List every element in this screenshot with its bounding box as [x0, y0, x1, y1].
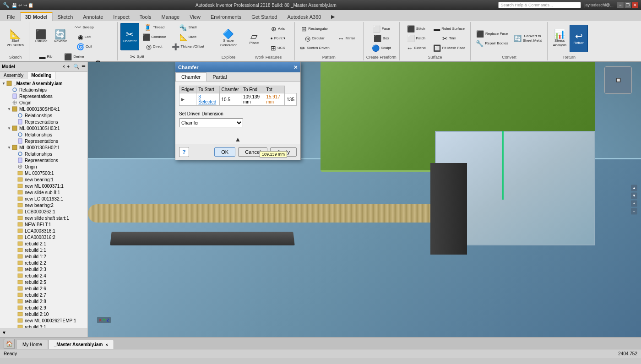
nav-zoomout-btn[interactable]: − [631, 208, 637, 214]
ribbon-tab-3d-model[interactable]: 3D Model [20, 12, 53, 21]
ribbon-tab-sketch[interactable]: Sketch [53, 12, 78, 21]
axis-btn[interactable]: ⊕Axis [264, 24, 292, 33]
trim-btn[interactable]: ✂Trim [431, 34, 468, 43]
tree-item-0[interactable]: ▼_Master Assembly.iam [1, 80, 87, 87]
apply-btn[interactable]: Apply [270, 147, 297, 157]
tree-item-5[interactable]: Relationships [1, 112, 87, 119]
tree-item-25[interactable]: rebuild 2:1 [1, 240, 87, 247]
ribbon-tab-get-started[interactable]: Get Started [246, 12, 282, 21]
rectangular-btn[interactable]: ⊞Rectangular [298, 24, 332, 33]
collapse-panel[interactable]: ▼ [0, 328, 87, 337]
tree-item-1[interactable]: Relationships [1, 87, 87, 93]
chamfer-titlebar[interactable]: Chamfer ✕ [175, 62, 300, 72]
doc-tab-my-home[interactable]: My Home [16, 340, 48, 349]
chamfer-close-btn[interactable]: ✕ [293, 65, 298, 71]
ribbon-tab-annotate[interactable]: Annotate [78, 12, 108, 21]
shape-generator-btn[interactable]: 🔷 ShapeGenerator [218, 25, 239, 52]
sidebar-close-btn[interactable]: × [62, 64, 65, 69]
chamfer-tab-chamfer[interactable]: Chamfer [175, 72, 206, 81]
my-home-tab[interactable]: 🏠 [4, 339, 15, 349]
ribbon-tab-manage[interactable]: Manage [156, 12, 185, 21]
stress-analysis-btn[interactable]: 📊 StressAnalysis [550, 25, 569, 52]
restore-btn[interactable]: ❐ [625, 2, 631, 8]
nav-zoomin-btn[interactable]: + [631, 200, 637, 206]
sidebar-menu-btn[interactable]: ☰ [81, 64, 86, 69]
sculpt-btn[interactable]: 🔵Sculpt [368, 43, 395, 53]
ribbon-tab-environments[interactable]: Environments [206, 12, 246, 21]
revolve-btn[interactable]: 🔄 Revolve [51, 23, 70, 50]
search-box[interactable]: Search Help & Commands... [498, 2, 581, 8]
tree-item-30[interactable]: rebuild 2:4 [1, 272, 87, 279]
thicken-btn[interactable]: ➕Thicken/Offset [169, 42, 206, 51]
direct-btn[interactable]: ◎Direct [140, 42, 168, 51]
tree-item-27[interactable]: rebuild 1:2 [1, 253, 87, 260]
tree-item-31[interactable]: rebuild 2:5 [1, 279, 87, 285]
tree-item-13[interactable]: Origin [1, 163, 87, 170]
tree-item-14[interactable]: ML 0007500:1 [1, 170, 87, 176]
tree-item-19[interactable]: new bearing:2 [1, 202, 87, 208]
minimize-btn[interactable]: − [617, 2, 624, 8]
tree-item-11[interactable]: Relationships [1, 151, 87, 157]
patch-btn[interactable]: ⬜Patch [402, 34, 430, 43]
tree-item-35[interactable]: rebuild 2:9 [1, 304, 87, 311]
chamfer-table-scroll[interactable]: Edges To Start Chamfer To End Tot ▶ 3 Se… [179, 86, 297, 109]
cancel-btn[interactable]: Cancel [238, 147, 267, 157]
ribbon-tab-inspect[interactable]: Inspect [108, 12, 134, 21]
ucs-btn[interactable]: ⊞UCS [264, 43, 292, 53]
circular-btn[interactable]: ◎Circular [298, 34, 332, 43]
help-btn[interactable]: ? [179, 147, 189, 157]
tab-close-btn[interactable]: × [106, 342, 108, 347]
sweep-btn[interactable]: 〰Sweep [71, 23, 98, 32]
ok-btn[interactable]: OK [214, 147, 235, 157]
sketch-driven-btn[interactable]: ✏Sketch Driven [298, 43, 332, 53]
tree-item-26[interactable]: rebuild 1:1 [1, 247, 87, 253]
tree-item-18[interactable]: new LC 0011932:1 [1, 196, 87, 202]
combine-btn[interactable]: ⬛Combine [140, 33, 168, 42]
tree-item-22[interactable]: NEW BELT:1 [1, 221, 87, 228]
extend-btn[interactable]: ↔Extend [402, 43, 430, 53]
loft-btn[interactable]: ◉Loft [71, 33, 98, 42]
doc-tab-master-assemblyiam[interactable]: _Master Assembly.iam× [48, 340, 114, 349]
tree-item-36[interactable]: rebuild 2:10 [1, 311, 87, 317]
chamfer-dropdown[interactable]: Chamfer To Start To End [179, 118, 243, 127]
viewport[interactable]: 109.139 mm X Y Z 🔲 ▲ ▼ + − Cham [88, 62, 641, 337]
cell-chamfer[interactable]: 109.139 mm [241, 93, 264, 106]
tree-item-21[interactable]: new slide shaft start:1 [1, 215, 87, 221]
extrude-btn[interactable]: ⬛ Extrude [32, 23, 50, 50]
draft-btn[interactable]: 📐Draft [169, 33, 206, 42]
tree-item-6[interactable]: Representations [1, 119, 87, 125]
assembly-tab[interactable]: Assembly [0, 72, 27, 79]
sidebar-search-btn[interactable]: 🔍 [73, 64, 80, 70]
tree-item-28[interactable]: rebuild 2:2 [1, 260, 87, 266]
tree-item-16[interactable]: new ML 0000371:1 [1, 183, 87, 189]
tree-item-8[interactable]: Relationships [1, 131, 87, 138]
cell-edges[interactable]: 3 Selected [196, 93, 219, 106]
tree-item-38[interactable]: rebuild 3:1 [1, 324, 87, 328]
tree-item-10[interactable]: ▼ML 0000130SH02:1 [1, 144, 87, 151]
tree-item-2[interactable]: Representations [1, 93, 87, 99]
tree-item-9[interactable]: Representations [1, 138, 87, 144]
plane-btn[interactable]: ▱ Plane [245, 25, 263, 52]
derive-btn[interactable]: ⬛Derive [60, 52, 88, 61]
ribbon-tab-file[interactable]: File [2, 12, 20, 21]
view-cube[interactable]: 🔲 [604, 66, 632, 94]
ribbon-tab-view[interactable]: View [185, 12, 206, 21]
modeling-tab[interactable]: Modeling [27, 72, 55, 79]
ribbon-tab-▶[interactable]: ▶ [326, 12, 340, 21]
ruled-surface-btn[interactable]: ▬Ruled Surface [431, 24, 468, 33]
cell-to-start[interactable]: 10.5 [219, 93, 241, 106]
return-btn[interactable]: ↩ Return [570, 25, 588, 52]
tree-item-20[interactable]: LCB0000262:1 [1, 208, 87, 215]
point-btn[interactable]: •Point ▾ [264, 34, 292, 43]
tree-item-29[interactable]: rebuild 2:3 [1, 266, 87, 272]
thread-btn[interactable]: 🧵Thread [140, 23, 168, 32]
face-btn[interactable]: ⬜Face [368, 24, 395, 33]
nav-down-btn[interactable]: ▼ [631, 192, 637, 199]
tree-item-17[interactable]: new slide sub 8:1 [1, 189, 87, 196]
chamfer-tab-partial[interactable]: Partial [206, 72, 233, 81]
start-2d-sketch-btn[interactable]: 📐 Start2D Sketch [5, 25, 26, 52]
split-btn[interactable]: ✂Split [120, 52, 154, 61]
tree-item-37[interactable]: new ML 0000262TEMP:1 [1, 317, 87, 324]
coil-btn[interactable]: 🌀Coil [71, 42, 98, 51]
replace-face-btn[interactable]: ⬛Replace Face [473, 29, 510, 38]
